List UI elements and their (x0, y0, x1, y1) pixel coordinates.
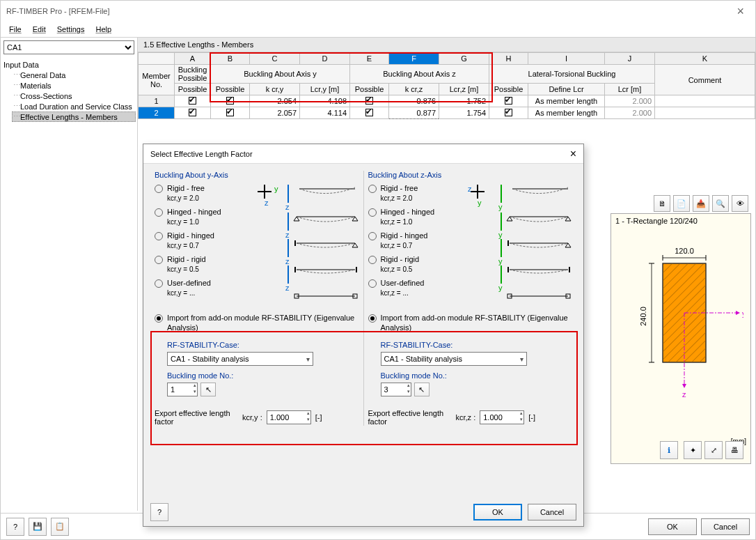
checkbox-icon (226, 97, 234, 105)
radio-hinged-hinged-y[interactable]: Hinged - hingedkcr,y = 1.0 (155, 206, 255, 229)
svg-text:y: y (274, 185, 278, 193)
menubar: File Edit Settings Help (1, 22, 755, 37)
tree-general-data[interactable]: ⋯General Data (12, 70, 136, 80)
tree-cross-sections[interactable]: ⋯Cross-Sections (12, 91, 136, 101)
svg-marker-15 (736, 311, 740, 315)
cancel-button[interactable]: Cancel (701, 518, 750, 535)
radio-rigid-rigid-y[interactable]: Rigid - rigidkcr,y = 0.5 (155, 253, 255, 277)
tool-view-icon[interactable]: 👁 (732, 195, 748, 212)
window-titlebar: RF-TIMBER Pro - [RFEM-File] × (1, 1, 755, 22)
members-grid[interactable]: A B C D E F G H I J K Member No. B (138, 52, 755, 119)
dialog-help-icon[interactable]: ? (150, 503, 168, 521)
svg-text:z: z (285, 257, 290, 265)
y-axis-title: Buckling About y-Axis (155, 171, 359, 182)
dim-icon[interactable]: ⤢ (704, 441, 723, 459)
svg-text:y: y (498, 257, 503, 265)
svg-text:y: y (742, 309, 743, 318)
buckling-diagrams-y-icon: y z z z z z (255, 182, 359, 307)
effective-length-dialog: Select Effective Length Factor × Bucklin… (143, 144, 584, 527)
z-axis-title: Buckling About z-Axis (368, 171, 573, 182)
tree-load-duration[interactable]: ⋯Load Duration and Service Class (12, 101, 136, 111)
kcry-output[interactable]: 1.000 (267, 410, 311, 424)
checkbox-icon (365, 109, 373, 116)
svg-text:z: z (285, 284, 290, 292)
svg-text:z: z (265, 199, 269, 207)
tool-filter-icon[interactable]: 🔍 (712, 195, 729, 212)
case-select[interactable]: CA1 (3, 40, 134, 54)
radio-user-defined-z[interactable]: User-definedkcr,z = ... (368, 277, 468, 300)
svg-marker-16 (682, 384, 686, 388)
svg-text:y: y (498, 284, 503, 292)
checkbox-icon (189, 97, 196, 105)
ok-button[interactable]: OK (648, 518, 697, 535)
section-drawing-icon: 120.0 240.0 y z (618, 238, 743, 419)
tree-effective-lengths[interactable]: ⋯Effective Lengths - Members (12, 111, 136, 122)
menu-file[interactable]: File (5, 24, 26, 35)
dialog-close-icon[interactable]: × (570, 148, 576, 160)
nav-tree: Input Data ⋯General Data ⋯Materials ⋯Cro… (1, 57, 137, 511)
svg-text:120.0: 120.0 (675, 247, 694, 255)
tree-materials[interactable]: ⋯Materials (12, 80, 136, 91)
tree-root[interactable]: Input Data (2, 60, 136, 70)
axis-icon[interactable]: ✦ (684, 441, 702, 459)
save-icon[interactable]: 💾 (29, 518, 47, 536)
help-icon[interactable]: ? (6, 518, 24, 536)
radio-hinged-hinged-z[interactable]: Hinged - hingedkcr,z = 1.0 (368, 206, 468, 229)
svg-text:z: z (285, 231, 290, 239)
info-icon[interactable]: ℹ (660, 441, 678, 459)
print-icon[interactable]: 🖶 (725, 441, 743, 459)
table-row: 2 2.057 4.114 0.877 1.754 As member leng… (139, 107, 755, 119)
page-title: 1.5 Effective Lengths - Members (138, 38, 755, 52)
svg-text:y: y (498, 231, 503, 239)
tool-sort-icon[interactable]: 🗎 (654, 195, 670, 212)
checkbox-icon (505, 97, 512, 105)
svg-text:y: y (498, 203, 503, 211)
menu-edit[interactable]: Edit (29, 24, 50, 35)
radio-import-z[interactable]: Import from add-on module RF-STABILITY (… (368, 311, 573, 335)
dialog-cancel-button[interactable]: Cancel (528, 504, 576, 520)
table-row: 1 2.054 4.108 0.876 1.752 As member leng… (139, 95, 755, 107)
close-icon[interactable]: × (731, 4, 750, 19)
svg-text:z: z (468, 185, 472, 193)
buckling-mode-z-input[interactable]: 3 (381, 383, 411, 396)
dialog-ok-button[interactable]: OK (473, 504, 522, 520)
svg-text:240.0: 240.0 (639, 307, 647, 326)
buckling-mode-y-input[interactable]: 1 (167, 383, 198, 396)
menu-settings[interactable]: Settings (53, 24, 89, 35)
radio-user-defined-y[interactable]: User-definedkcr,y = ... (155, 277, 255, 300)
buckling-diagrams-z-icon: z y y y y y (468, 182, 572, 307)
radio-rigid-free-z[interactable]: Rigid - freekcr,z = 2.0 (368, 182, 468, 206)
checkbox-icon (226, 109, 234, 116)
stability-case-select-y[interactable]: CA1 - Stability analysis (167, 352, 313, 366)
checkbox-icon (505, 109, 512, 116)
svg-text:y: y (478, 199, 482, 207)
stability-case-select-z[interactable]: CA1 - Stability analysis (381, 352, 527, 366)
radio-rigid-hinged-y[interactable]: Rigid - hingedkcr,y = 0.7 (155, 229, 255, 253)
radio-import-y[interactable]: Import from add-on module RF-STABILITY (… (155, 311, 359, 335)
checkbox-icon (365, 97, 373, 105)
radio-rigid-rigid-z[interactable]: Rigid - rigidkcr,z = 0.5 (368, 253, 468, 277)
list-icon[interactable]: 📋 (51, 518, 69, 536)
radio-rigid-hinged-z[interactable]: Rigid - hingedkcr,z = 0.7 (368, 229, 468, 253)
pick-mode-icon[interactable]: ↖ (200, 383, 216, 396)
svg-text:z: z (682, 390, 686, 399)
section-preview: 1 - T-Rectangle 120/240 120.0 240.0 y (611, 213, 751, 464)
tool-import-icon[interactable]: 📥 (693, 195, 709, 212)
svg-text:z: z (285, 203, 290, 211)
pick-mode-icon[interactable]: ↖ (414, 383, 430, 396)
checkbox-icon (189, 109, 196, 116)
kcrz-output[interactable]: 1.000 (480, 410, 524, 424)
menu-help[interactable]: Help (91, 24, 116, 35)
dialog-title: Select Effective Length Factor (150, 150, 253, 158)
tool-export-icon[interactable]: 📄 (673, 195, 690, 212)
window-title: RF-TIMBER Pro - [RFEM-File] (6, 7, 110, 15)
radio-rigid-free-y[interactable]: Rigid - freekcr,y = 2.0 (155, 182, 255, 206)
preview-title: 1 - T-Rectangle 120/240 (611, 214, 750, 228)
